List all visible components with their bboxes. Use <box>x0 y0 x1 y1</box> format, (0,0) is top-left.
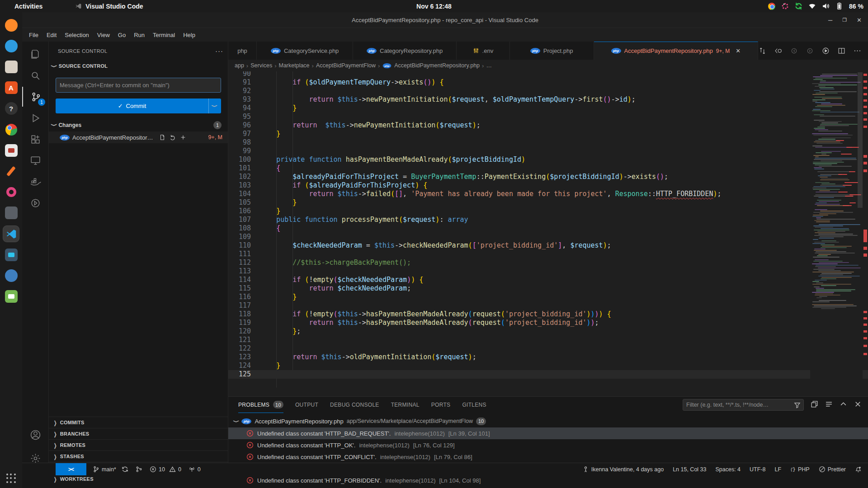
code-line-99[interactable]: 99 <box>228 147 868 155</box>
next-change-icon[interactable] <box>806 47 814 55</box>
close-panel-icon[interactable] <box>854 400 862 408</box>
minimap[interactable] <box>810 71 863 399</box>
dock-item-peek-recorder[interactable] <box>3 184 19 200</box>
close-button[interactable]: ✕ <box>857 17 862 23</box>
tab-categoryrepository-php[interactable]: phpCategoryRepository.php <box>353 42 457 60</box>
code-line-98[interactable]: 98 <box>228 138 868 147</box>
activity-docker[interactable] <box>22 172 49 192</box>
eol-item[interactable]: LF <box>775 466 782 473</box>
menu-edit[interactable]: Edit <box>42 30 61 40</box>
panel-tab-ports[interactable]: PORTS <box>431 397 451 413</box>
run-code-icon[interactable] <box>821 47 830 55</box>
dock-item-app-center[interactable]: A <box>3 80 19 96</box>
remote-indicator[interactable]: >< <box>56 463 86 475</box>
code-line-109[interactable]: 109 <box>228 233 868 241</box>
stage-changes-icon[interactable] <box>180 134 186 141</box>
problems-filter-input[interactable] <box>683 402 794 408</box>
git-branch-item[interactable]: main* <box>93 466 128 473</box>
activities-button[interactable]: Activities <box>9 3 48 10</box>
code-line-115[interactable]: 115 return $checkNeededParam; <box>228 284 868 293</box>
panel-tab-terminal[interactable]: TERMINAL <box>391 397 420 413</box>
volume-icon[interactable] <box>822 2 830 10</box>
code-line-95[interactable]: 95 <box>228 113 868 121</box>
open-file-icon[interactable] <box>159 134 165 141</box>
code-line-114[interactable]: 114 if (!empty($checkNeededParam)) { <box>228 276 868 284</box>
code-line-124[interactable]: 124 } <box>228 361 868 370</box>
dock-item-marker-pen[interactable] <box>3 163 19 179</box>
code-line-116[interactable]: 116 } <box>228 293 868 301</box>
battery-icon[interactable] <box>835 2 843 10</box>
breadcrumb-item[interactable]: Services <box>250 62 272 69</box>
section-remotes[interactable]: ❭REMOTES <box>49 439 228 450</box>
previous-change-icon[interactable] <box>790 47 798 55</box>
code-line-125[interactable]: 125 <box>228 370 868 379</box>
code-line-113[interactable]: 113 <box>228 267 868 276</box>
code-line-111[interactable]: 111 <box>228 250 868 258</box>
menu-terminal[interactable]: Terminal <box>149 30 179 40</box>
formatter-item[interactable]: Prettier <box>819 466 846 473</box>
system-tray[interactable]: 86 % <box>768 2 863 10</box>
breadcrumb-item[interactable]: AcceptBidPaymentFlow <box>316 62 376 69</box>
maximize-panel-icon[interactable] <box>840 400 847 408</box>
indentation-item[interactable]: Spaces: 4 <box>715 466 741 473</box>
commit-message-input[interactable] <box>56 78 221 93</box>
breadcrumb-item[interactable]: … <box>486 62 492 69</box>
menu-view[interactable]: View <box>93 30 114 40</box>
breadcrumb[interactable]: app›Services›Marketplace›AcceptBidPaymen… <box>228 60 868 71</box>
menu-run[interactable]: Run <box>130 30 149 40</box>
activity-explorer[interactable] <box>22 44 49 64</box>
focused-app-indicator[interactable]: Visual Studio Code <box>75 3 143 10</box>
commit-button[interactable]: ✓ Commit ❭ <box>56 99 221 113</box>
gitlens-blame-item[interactable]: Ikenna Valentine, 4 days ago <box>582 466 664 473</box>
code-line-101[interactable]: 101 { <box>228 164 868 173</box>
changed-file-row[interactable]: php AcceptBidPaymentRepositor… 9+, M <box>49 131 228 143</box>
problem-row[interactable]: Undefined class constant '…'.intelephens… <box>228 486 868 488</box>
section-commits[interactable]: ❭COMMITS <box>49 417 228 428</box>
dock-item-text-editor[interactable] <box>3 59 19 75</box>
code-editor[interactable]: 9091 if ($oldPaymentTempQuery->exists())… <box>228 71 868 399</box>
panel-tab-problems[interactable]: PROBLEMS10 <box>238 397 283 413</box>
notifications-bell-item[interactable] <box>855 466 862 473</box>
source-control-section-header[interactable]: ❭ SOURCE CONTROL <box>52 63 108 69</box>
menu-file[interactable]: File <box>25 30 42 40</box>
dock-item-docker-desktop[interactable] <box>3 247 19 263</box>
chrome-tray-icon[interactable] <box>768 2 775 10</box>
breadcrumb-item[interactable]: Marketplace <box>278 62 309 69</box>
code-line-90[interactable]: 90 <box>228 71 868 78</box>
code-line-120[interactable]: 120 }; <box>228 327 868 336</box>
problems-filter[interactable] <box>683 399 804 411</box>
tab-php[interactable]: php <box>228 42 257 60</box>
activity-remote-explorer[interactable] <box>22 150 49 170</box>
problem-row[interactable]: Undefined class constant 'HTTP_CONFLICT'… <box>228 451 868 463</box>
split-editor-icon[interactable] <box>837 47 846 55</box>
dock-item-firefox[interactable] <box>3 17 19 33</box>
dock-item-remmina[interactable] <box>3 267 19 283</box>
commit-dropdown-button[interactable]: ❭ <box>208 99 221 113</box>
problem-row[interactable]: Undefined class constant 'HTTP_BAD_REQUE… <box>228 427 868 439</box>
code-line-121[interactable]: 121 <box>228 336 868 344</box>
section-stashes[interactable]: ❭STASHES <box>49 450 228 462</box>
cursor-position-item[interactable]: Ln 15, Col 33 <box>673 466 706 473</box>
menu-help[interactable]: Help <box>179 30 199 40</box>
sync-icon[interactable] <box>122 466 128 473</box>
code-line-103[interactable]: 103 if ($alreadyPaidForThisProject) { <box>228 181 868 190</box>
code-line-110[interactable]: 110 $checkNeededParam = $this->checkNeed… <box>228 241 868 250</box>
menu-go[interactable]: Go <box>114 30 130 40</box>
tab-categoryservice-php[interactable]: phpCategoryService.php <box>257 42 353 60</box>
problems-file-group[interactable]: ❭ php AcceptBidPaymentRepository.php app… <box>228 415 868 427</box>
more-actions-icon[interactable] <box>853 47 862 55</box>
window-titlebar[interactable]: AcceptBidPaymentRepository.php - repo_co… <box>22 12 868 28</box>
problem-row[interactable]: Undefined class constant 'HTTP_FORBIDDEN… <box>228 474 868 486</box>
code-line-91[interactable]: 91 if ($oldPaymentTempQuery->exists()) { <box>228 78 868 87</box>
git-graph-item[interactable] <box>136 466 142 473</box>
code-line-92[interactable]: 92 <box>228 87 868 95</box>
code-line-107[interactable]: 107 public function processPayment($requ… <box>228 216 868 224</box>
activity-extensions[interactable] <box>22 129 49 149</box>
encoding-item[interactable]: UTF-8 <box>750 466 765 473</box>
ports-status-item[interactable]: 0 <box>189 466 201 473</box>
tab-acceptbidpaymentrepository-php[interactable]: phpAcceptBidPaymentRepository.php9+, M✕ <box>594 42 758 60</box>
dock-item-help[interactable]: ? <box>3 101 19 117</box>
breadcrumb-item[interactable]: app <box>235 62 244 69</box>
panel-tab-gitlens[interactable]: GITLENS <box>462 397 486 413</box>
dock-item-screen-sharing[interactable] <box>3 205 19 221</box>
